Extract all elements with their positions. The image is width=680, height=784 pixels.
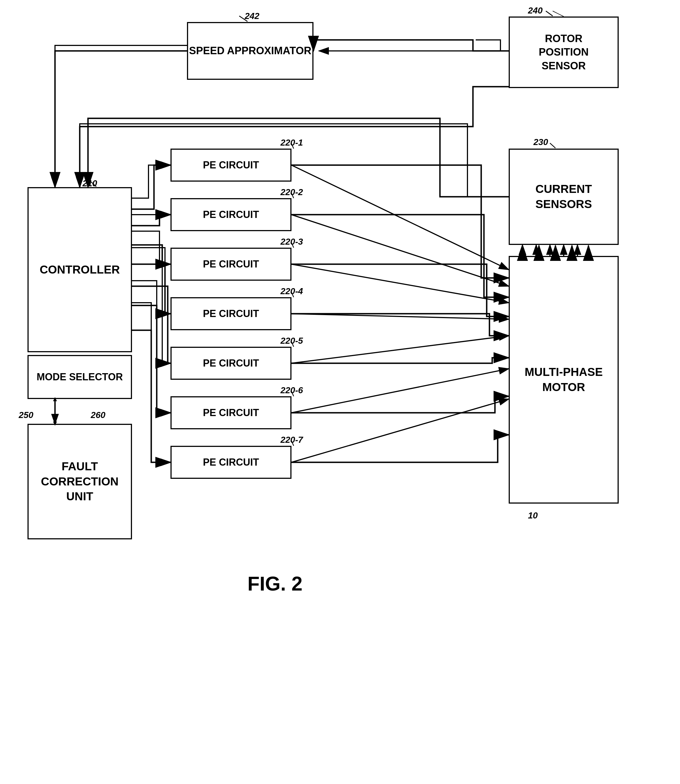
ref-220-5: 220-5 [280, 336, 303, 346]
ref-220-4: 220-4 [280, 286, 303, 297]
ref-260: 260 [91, 410, 105, 420]
fault-correction-unit-box: FAULTCORRECTIONUNIT [27, 424, 132, 539]
svg-line-8 [291, 369, 509, 413]
ref-220-2: 220-2 [280, 187, 303, 197]
pe-circuit-3-box: PE CIRCUIT [170, 248, 291, 281]
pe-circuit-4-box: PE CIRCUIT [170, 297, 291, 330]
svg-line-32 [546, 11, 552, 16]
ref-242: 242 [245, 11, 259, 21]
svg-line-6 [291, 314, 509, 319]
speed-approximator-box: SPEED APPROXIMATOR [187, 22, 313, 80]
ref-230: 230 [534, 137, 548, 147]
svg-line-4 [291, 215, 509, 286]
ref-10: 10 [528, 511, 538, 521]
pe-circuit-2-box: PE CIRCUIT [170, 198, 291, 231]
controller-box: CONTROLLER [27, 187, 132, 352]
svg-line-9 [291, 399, 509, 462]
svg-line-7 [291, 336, 509, 363]
svg-line-20 [552, 11, 564, 16]
figure-label: FIG. 2 [247, 573, 302, 595]
rotor-position-sensor-box: ROTORPOSITIONSENSOR [509, 16, 619, 88]
ref-220-6: 220-6 [280, 385, 303, 396]
pe-circuit-1-box: PE CIRCUIT [170, 148, 291, 181]
pe-circuit-5-box: PE CIRCUIT [170, 347, 291, 380]
svg-line-5 [291, 264, 509, 303]
multi-phase-motor-box: MULTI-PHASEMOTOR [509, 256, 619, 503]
ref-250: 250 [19, 410, 33, 420]
svg-line-3 [291, 165, 509, 270]
pe-circuit-7-box: PE CIRCUIT [170, 446, 291, 479]
ref-220-3: 220-3 [280, 237, 303, 247]
pe-circuit-6-box: PE CIRCUIT [170, 396, 291, 429]
diagram: SPEED APPROXIMATOR 242 ROTORPOSITIONSENS… [0, 0, 680, 784]
mode-selector-box: MODE SELECTOR [27, 355, 132, 399]
ref-210: 210 [82, 178, 97, 188]
svg-line-33 [550, 143, 556, 148]
ref-220-7: 220-7 [280, 435, 303, 445]
current-sensors-box: CURRENTSENSORS [509, 148, 619, 245]
ref-220-1: 220-1 [280, 137, 303, 148]
ref-240: 240 [528, 5, 543, 16]
